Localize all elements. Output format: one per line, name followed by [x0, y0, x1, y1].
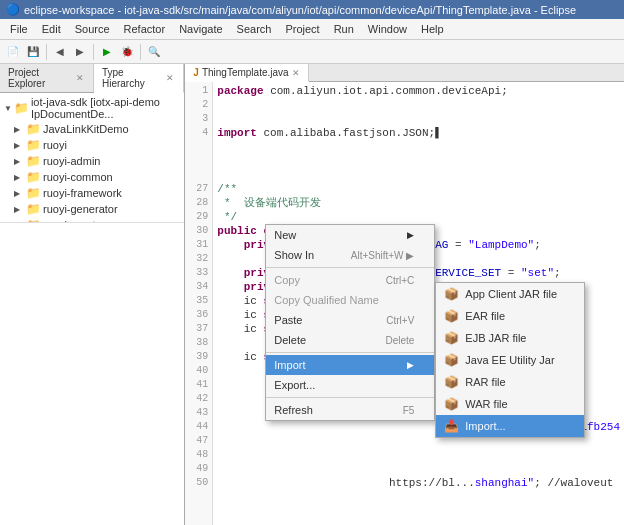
- sub-import-label: Import...: [465, 420, 505, 432]
- toolbar-back[interactable]: ◀: [51, 43, 69, 61]
- sub-ejb-jar[interactable]: 📦 EJB JAR file: [436, 327, 584, 349]
- type-hierarchy-panel: [0, 223, 184, 525]
- close-project-explorer[interactable]: ✕: [75, 73, 85, 83]
- ctx-import-arrow: ▶: [407, 360, 414, 370]
- menu-run[interactable]: Run: [328, 21, 360, 37]
- main-layout: Project Explorer ✕ Type Hierarchy ✕ ▼ 📁 …: [0, 64, 624, 525]
- ctx-new-arrow: ▶: [407, 230, 414, 240]
- menu-help[interactable]: Help: [415, 21, 450, 37]
- menu-project[interactable]: Project: [279, 21, 325, 37]
- sub-import-dots[interactable]: 📥 Import...: [436, 415, 584, 437]
- ctx-delete-shortcut: Delete: [385, 335, 414, 346]
- panel-tabs: Project Explorer ✕ Type Hierarchy ✕: [0, 64, 184, 93]
- sub-war-file[interactable]: 📦 WAR file: [436, 393, 584, 415]
- sub-war-icon: 📦: [444, 397, 459, 411]
- menu-file[interactable]: File: [4, 21, 34, 37]
- close-type-hierarchy[interactable]: ✕: [165, 73, 175, 83]
- sub-ear-icon: 📦: [444, 309, 459, 323]
- tab-type-hierarchy[interactable]: Type Hierarchy ✕: [94, 64, 184, 93]
- tree-ruoyi[interactable]: ▶ 📁 ruoyi: [2, 137, 182, 153]
- menu-search[interactable]: Search: [231, 21, 278, 37]
- ctx-delete[interactable]: Delete Delete: [266, 330, 434, 350]
- ctx-new[interactable]: New ▶: [266, 225, 434, 245]
- menu-navigate[interactable]: Navigate: [173, 21, 228, 37]
- ctx-refresh[interactable]: Refresh F5: [266, 400, 434, 420]
- toolbar-debug[interactable]: 🐞: [118, 43, 136, 61]
- ctx-copy-shortcut: Ctrl+C: [386, 275, 415, 286]
- icon-common: 📁: [26, 170, 41, 184]
- toolbar-forward[interactable]: ▶: [71, 43, 89, 61]
- ctx-sep2: [266, 352, 434, 353]
- menu-source[interactable]: Source: [69, 21, 116, 37]
- ctx-copy-qualified-label: Copy Qualified Name: [274, 294, 379, 306]
- ctx-delete-label: Delete: [274, 334, 306, 346]
- ctx-sep1: [266, 267, 434, 268]
- arrow-admin: ▶: [14, 157, 24, 166]
- sub-ear-file[interactable]: 📦 EAR file: [436, 305, 584, 327]
- toolbar-run[interactable]: ▶: [98, 43, 116, 61]
- arrow-common: ▶: [14, 173, 24, 182]
- ctx-sep3: [266, 397, 434, 398]
- sub-app-client-jar[interactable]: 📦 App Client JAR file: [436, 283, 584, 305]
- ctx-export[interactable]: Export...: [266, 375, 434, 395]
- toolbar-sep3: [140, 44, 141, 60]
- icon-admin: 📁: [26, 154, 41, 168]
- sub-ear-label: EAR file: [465, 310, 505, 322]
- ctx-refresh-label: Refresh: [274, 404, 313, 416]
- tree-ruoyi-generator[interactable]: ▶ 📁 ruoyi-generator: [2, 201, 182, 217]
- toolbar-new[interactable]: 📄: [4, 43, 22, 61]
- title-bar: 🔵 eclipse-workspace - iot-java-sdk/src/m…: [0, 0, 624, 19]
- sub-rar-label: RAR file: [465, 376, 505, 388]
- ctx-show-in-label: Show In: [274, 249, 314, 261]
- context-menu: New ▶ Show In Alt+Shift+W ▶ Copy Ctrl+C …: [265, 224, 435, 421]
- arrow-framework: ▶: [14, 189, 24, 198]
- label-framework: ruoyi-framework: [43, 187, 122, 199]
- sub-rar-icon: 📦: [444, 375, 459, 389]
- icon-ruoyi: 📁: [26, 138, 41, 152]
- import-submenu: 📦 App Client JAR file 📦 EAR file 📦 EJB J…: [435, 282, 585, 438]
- tree-ruoyi-common[interactable]: ▶ 📁 ruoyi-common: [2, 169, 182, 185]
- menu-edit[interactable]: Edit: [36, 21, 67, 37]
- sub-rar-file[interactable]: 📦 RAR file: [436, 371, 584, 393]
- java-file-icon: J: [193, 67, 199, 78]
- tree-ruoyi-framework[interactable]: ▶ 📁 ruoyi-framework: [2, 185, 182, 201]
- tree-ruoyi-admin[interactable]: ▶ 📁 ruoyi-admin: [2, 153, 182, 169]
- close-editor-tab[interactable]: ✕: [292, 68, 300, 78]
- left-panel: Project Explorer ✕ Type Hierarchy ✕ ▼ 📁 …: [0, 64, 185, 525]
- toolbar-search[interactable]: 🔍: [145, 43, 163, 61]
- sub-javaee-label: Java EE Utility Jar: [465, 354, 554, 366]
- icon-java: 📁: [26, 122, 41, 136]
- title-text: eclipse-workspace - iot-java-sdk/src/mai…: [24, 4, 576, 16]
- sub-app-icon: 📦: [444, 287, 459, 301]
- toolbar-save[interactable]: 💾: [24, 43, 42, 61]
- ctx-paste[interactable]: Paste Ctrl+V: [266, 310, 434, 330]
- menu-refactor[interactable]: Refactor: [118, 21, 172, 37]
- editor-tab-thing-template[interactable]: J ThingTemplate.java ✕: [185, 64, 308, 82]
- label-java: JavaLinkKitDemo: [43, 123, 129, 135]
- sub-war-label: WAR file: [465, 398, 507, 410]
- label-ruoyi: ruoyi: [43, 139, 67, 151]
- sub-java-ee-utility[interactable]: 📦 Java EE Utility Jar: [436, 349, 584, 371]
- arrow-generator: ▶: [14, 205, 24, 214]
- tree-javakitdemo[interactable]: ▶ 📁 JavaLinkKitDemo: [2, 121, 182, 137]
- arrow-java: ▶: [14, 125, 24, 134]
- ctx-copy[interactable]: Copy Ctrl+C: [266, 270, 434, 290]
- sub-ejb-icon: 📦: [444, 331, 459, 345]
- arrow-ruoyi: ▶: [14, 141, 24, 150]
- eclipse-icon: 🔵: [6, 3, 20, 16]
- ctx-copy-label: Copy: [274, 274, 300, 286]
- toolbar-sep2: [93, 44, 94, 60]
- ctx-copy-qualified[interactable]: Copy Qualified Name: [266, 290, 434, 310]
- editor-tabs: J ThingTemplate.java ✕: [185, 64, 624, 82]
- project-explorer-label: Project Explorer: [8, 67, 72, 89]
- toolbar-sep1: [46, 44, 47, 60]
- tab-project-explorer[interactable]: Project Explorer ✕: [0, 64, 94, 92]
- ctx-import[interactable]: Import ▶: [266, 355, 434, 375]
- menu-window[interactable]: Window: [362, 21, 413, 37]
- right-panel: J ThingTemplate.java ✕ 12342728293031323…: [185, 64, 624, 525]
- sub-app-label: App Client JAR file: [465, 288, 557, 300]
- arrow-root: ▼: [4, 104, 12, 113]
- ctx-show-in[interactable]: Show In Alt+Shift+W ▶: [266, 245, 434, 265]
- tree-root[interactable]: ▼ 📁 iot-java-sdk [iotx-api-demo IpDocume…: [2, 95, 182, 121]
- icon-generator: 📁: [26, 202, 41, 216]
